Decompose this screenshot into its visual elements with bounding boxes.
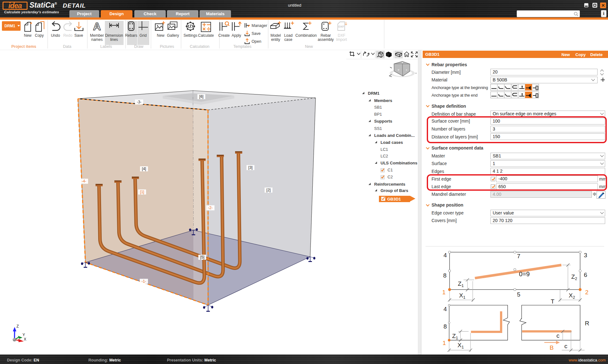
svg-text:1: 1 — [442, 289, 446, 296]
svg-text:8: 8 — [443, 272, 447, 279]
svg-text:-4-: -4- — [82, 179, 86, 183]
svg-text:c: c — [556, 332, 560, 339]
svg-text:3: 3 — [584, 252, 587, 259]
svg-text:Y: Y — [22, 333, 25, 337]
svg-text:[3]: [3] — [248, 165, 253, 170]
svg-text:7: 7 — [517, 253, 521, 259]
svg-text:Z2: Z2 — [571, 273, 577, 281]
svg-text:[1]: [1] — [140, 190, 144, 194]
svg-text:Z: Z — [16, 324, 19, 329]
svg-text:DXF: DXF — [338, 25, 344, 28]
svg-text:B: B — [550, 344, 554, 351]
svg-text:4: 4 — [444, 306, 447, 312]
svg-text:R: R — [585, 320, 589, 327]
svg-text:[2]: [2] — [266, 188, 271, 192]
svg-text:1: 1 — [443, 340, 446, 346]
svg-text:5: 5 — [517, 291, 521, 298]
svg-text:Z1: Z1 — [452, 333, 458, 340]
svg-text:2: 2 — [585, 289, 589, 296]
svg-text:6: 6 — [584, 271, 587, 278]
svg-text:0=9: 0=9 — [519, 271, 530, 278]
svg-text:X2: X2 — [569, 292, 575, 300]
svg-text:[5]: [5] — [200, 255, 204, 259]
svg-text:-3-: -3- — [137, 100, 142, 104]
svg-text:X1: X1 — [459, 292, 465, 300]
svg-text:X1: X1 — [458, 342, 464, 349]
svg-text:x: x — [406, 68, 407, 71]
svg-text:Z1: Z1 — [458, 280, 464, 288]
svg-text:[6]: [6] — [199, 94, 203, 99]
svg-text:8: 8 — [444, 323, 447, 330]
svg-text:c: c — [564, 343, 567, 349]
svg-text:T: T — [551, 298, 554, 305]
svg-text:A: A — [93, 20, 101, 32]
svg-text:X: X — [24, 337, 26, 342]
svg-text:4: 4 — [444, 252, 447, 259]
svg-text:[4]: [4] — [142, 167, 146, 171]
svg-text:-1-: -1- — [142, 279, 146, 284]
svg-text:-2-: -2- — [208, 206, 213, 210]
svg-text:-y: -y — [397, 68, 400, 71]
